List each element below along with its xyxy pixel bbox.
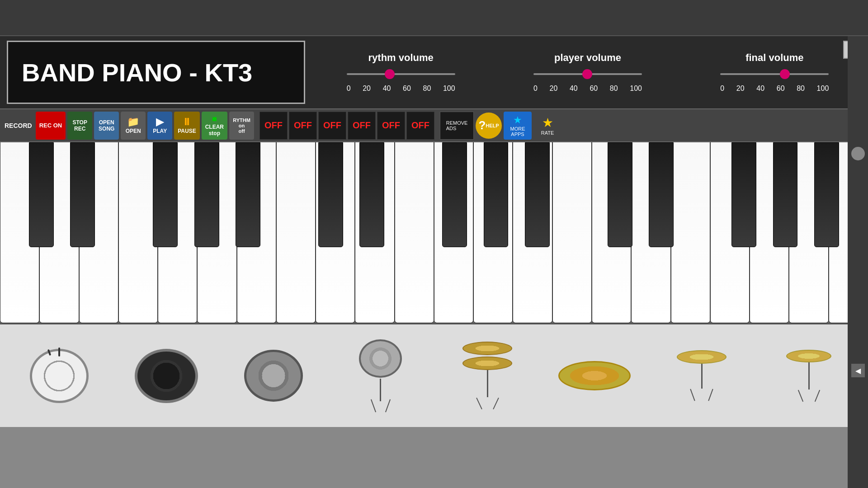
more-apps-label: MORE APPS xyxy=(504,126,532,137)
rythm-button[interactable]: RYTHMonoff xyxy=(229,112,254,140)
top-bar xyxy=(0,0,868,36)
piano-area: .bk { position: relative; flex: 1; } .bk… xyxy=(0,142,868,488)
tom-drum[interactable] xyxy=(223,350,324,402)
snare-drum-2[interactable] xyxy=(330,339,431,413)
more-apps-button[interactable]: ★ MORE APPS xyxy=(504,112,532,140)
crash-cymbal[interactable] xyxy=(759,350,859,402)
final-slider-labels: 0 20 40 60 80 100 xyxy=(720,84,829,93)
scroll-thumb-top[interactable] xyxy=(851,147,865,160)
title-box: BAND PIANO - KT3 xyxy=(7,41,305,104)
header-row: BAND PIANO - KT3 rythm volume 0 20 40 60… xyxy=(0,36,868,108)
open-label: OPEN xyxy=(126,128,141,134)
keys-wrapper: .bk { position: relative; flex: 1; } .bk… xyxy=(0,142,868,323)
hihat-bottom xyxy=(462,357,512,370)
crash-body xyxy=(786,350,831,362)
piano-key-f3[interactable] xyxy=(671,142,710,323)
final-volume-control: final volume 0 20 40 60 80 100 xyxy=(720,52,829,93)
player-volume-slider[interactable] xyxy=(533,67,642,81)
rythm-slider-thumb[interactable] xyxy=(385,69,395,79)
open-button[interactable]: 📁 OPEN xyxy=(121,112,146,140)
snare-drum-1[interactable] xyxy=(116,349,217,403)
rythm-volume-slider[interactable] xyxy=(347,67,455,81)
player-slider-track xyxy=(533,73,642,75)
pause-icon: ⏸ xyxy=(182,117,192,127)
final-volume-label: final volume xyxy=(745,52,803,64)
remove-ads-label: REMOVEADS xyxy=(446,120,468,131)
clear-icon: ■ xyxy=(212,115,217,123)
cymbal-body xyxy=(558,361,631,390)
piano-key-f2[interactable] xyxy=(395,142,434,323)
off-buttons-group: OFF OFF OFF OFF OFF OFF xyxy=(259,112,434,140)
rate-icon: ★ xyxy=(542,115,553,130)
hihat[interactable] xyxy=(438,342,538,410)
clear-stop-button[interactable]: ■ CLEARstop xyxy=(202,112,227,140)
drums-row xyxy=(0,323,868,427)
play-icon: ▶ xyxy=(156,117,164,127)
stop-rec-label: STOPREC xyxy=(73,119,87,132)
scroll-arrow-left[interactable]: ◀ xyxy=(851,364,865,377)
toolbar-row: RECORD REC ON STOPREC OPENSONG 📁 OPEN ▶ … xyxy=(0,108,868,142)
off-button-1[interactable]: OFF xyxy=(259,112,288,140)
main-content: BAND PIANO - KT3 rythm volume 0 20 40 60… xyxy=(0,36,868,488)
off-button-6[interactable]: OFF xyxy=(406,112,434,140)
off-button-2[interactable]: OFF xyxy=(289,112,317,140)
pause-label: PAUSE xyxy=(178,128,196,134)
play-button[interactable]: ▶ PLAY xyxy=(147,112,172,140)
stop-rec-button[interactable]: STOPREC xyxy=(67,112,92,140)
record-label: RECORD xyxy=(5,122,32,129)
cymbal[interactable] xyxy=(544,361,645,390)
help-icon: ? xyxy=(478,118,486,132)
more-apps-icon: ★ xyxy=(513,114,522,126)
final-slider-thumb[interactable] xyxy=(780,69,790,79)
volume-section: rythm volume 0 20 40 60 80 100 player v xyxy=(314,52,861,93)
rythm-slider-labels: 0 20 40 60 80 100 xyxy=(347,84,455,93)
hihat-top xyxy=(462,342,512,355)
help-button[interactable]: ? HELP xyxy=(476,113,502,139)
rate-button[interactable]: ★ RATE xyxy=(533,112,561,140)
open-song-label: OPENSONG xyxy=(99,119,114,132)
rec-on-button[interactable]: REC ON xyxy=(36,112,66,140)
bass-drum-body xyxy=(30,349,89,403)
final-volume-slider[interactable] xyxy=(720,67,829,81)
final-slider-track xyxy=(720,73,829,75)
player-volume-label: player volume xyxy=(554,52,621,64)
pause-button[interactable]: ⏸ PAUSE xyxy=(174,112,199,140)
snare-drum-body xyxy=(135,349,198,403)
clear-label: CLEARstop xyxy=(205,124,224,136)
rythm-volume-label: rythm volume xyxy=(368,52,434,64)
rate-label: RATE xyxy=(541,130,554,136)
play-label: PLAY xyxy=(153,128,167,134)
app-title: BAND PIANO - KT3 xyxy=(22,58,252,87)
player-slider-labels: 0 20 40 60 80 100 xyxy=(533,84,642,93)
bass-drum[interactable] xyxy=(9,344,109,408)
player-volume-control: player volume 0 20 40 60 80 100 xyxy=(533,52,642,93)
tom-drum-body xyxy=(244,350,303,402)
off-button-3[interactable]: OFF xyxy=(318,112,346,140)
player-slider-thumb[interactable] xyxy=(582,69,592,79)
snare2-body xyxy=(359,339,402,378)
off-button-4[interactable]: OFF xyxy=(348,112,376,140)
right-scrollbar: ◀ xyxy=(848,36,868,488)
rythm-label: RYTHMonoff xyxy=(233,117,250,134)
open-song-button[interactable]: OPENSONG xyxy=(94,112,119,140)
rythm-volume-control: rythm volume 0 20 40 60 80 100 xyxy=(347,52,455,93)
rec-on-label: REC ON xyxy=(39,122,62,129)
off-button-5[interactable]: OFF xyxy=(377,112,405,140)
remove-ads-button[interactable]: REMOVEADS xyxy=(440,112,474,140)
ride-cymbal[interactable] xyxy=(651,350,752,401)
piano-key-c2[interactable] xyxy=(276,142,316,323)
piano-key-f1[interactable] xyxy=(118,142,158,323)
help-label: HELP xyxy=(486,123,499,128)
ride-body xyxy=(677,350,726,364)
rythm-slider-track xyxy=(347,73,455,75)
piano-key-c3[interactable] xyxy=(552,142,592,323)
folder-icon: 📁 xyxy=(127,117,139,127)
